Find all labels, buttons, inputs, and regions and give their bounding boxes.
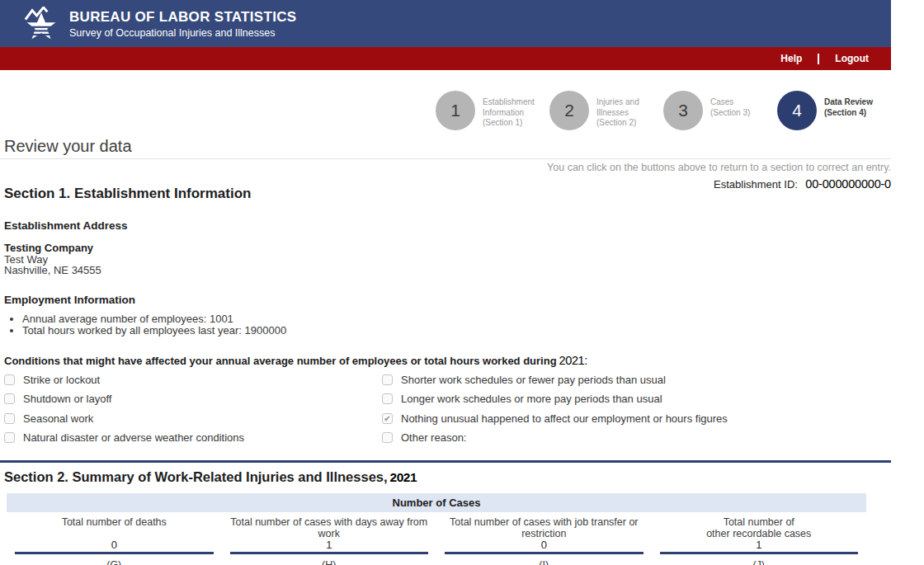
step-1-label: Establishment Information (Section 1): [483, 97, 535, 129]
checkbox-nothing-unusual-happened-to-affect-our-employment-or-hours-figures[interactable]: ✔: [382, 413, 393, 424]
column-value: 1: [652, 539, 867, 551]
column-letter: (G): [7, 554, 222, 565]
column-letter: (I): [436, 554, 652, 565]
establishment-id: Establishment ID: 00-000000000-0: [714, 177, 891, 191]
condition-label: Strike or lockout: [23, 374, 100, 386]
establishment-address-heading: Establishment Address: [4, 219, 891, 232]
conditions-checkbox-group: Strike or lockoutShutdown or layoffSeaso…: [4, 374, 891, 451]
condition-label: Other reason:: [401, 431, 467, 444]
establishment-address: Testing Company Test Way Nashville, NE 3…: [4, 242, 891, 276]
condition-label: Nothing unusual happened to affect our e…: [401, 412, 728, 425]
company-name: Testing Company: [4, 242, 891, 254]
address-line-1: Test Way: [4, 254, 891, 266]
condition-label: Longer work schedules or more pay period…: [401, 393, 662, 405]
section-2-heading-text: Section 2. Summary of Work-Related Injur…: [4, 469, 388, 484]
condition-shutdown-or-layoff: Shutdown or layoff: [4, 393, 382, 405]
column-header: Total number of cases with days away fro…: [222, 515, 437, 539]
checkbox-other-reason[interactable]: [382, 432, 393, 443]
conditions-year: 2021:: [559, 354, 587, 367]
column-header: Total number of other recordable cases: [652, 515, 867, 539]
condition-shorter-work-schedules-or-fewer-pay-periods-than-usual: Shorter work schedules or fewer pay peri…: [382, 374, 891, 386]
condition-longer-work-schedules-or-more-pay-periods-than-usual: Longer work schedules or more pay period…: [382, 393, 891, 405]
conditions-heading-text: Conditions that might have affected your…: [4, 355, 557, 367]
page-title: Review your data: [0, 137, 891, 159]
step-3-button[interactable]: 3Cases (Section 3): [663, 91, 777, 134]
table-columns: Total number of deaths0(G)Total number o…: [7, 515, 866, 565]
condition-natural-disaster-or-adverse-weather-conditions: Natural disaster or adverse weather cond…: [4, 431, 382, 444]
logout-link[interactable]: Logout: [835, 53, 869, 64]
condition-strike-or-lockout: Strike or lockout: [4, 374, 382, 386]
column-value: 0: [436, 539, 652, 551]
number-of-cases-table: Number of Cases Total number of deaths0(…: [7, 493, 866, 565]
condition-label: Seasonal work: [23, 412, 93, 425]
section-divider: [0, 460, 891, 463]
conditions-heading: Conditions that might have affected your…: [4, 354, 891, 367]
step-3-label: Cases (Section 3): [710, 97, 750, 118]
condition-label: Shutdown or layoff: [23, 393, 111, 405]
section-2-summary: Section 2. Summary of Work-Related Injur…: [0, 469, 891, 565]
employment-bullets: Annual average number of employees: 1001…: [22, 313, 891, 337]
column-value: 0: [7, 539, 222, 551]
employment-bullet: Annual average number of employees: 1001: [22, 313, 891, 325]
column-letter: (J): [652, 554, 867, 565]
condition-seasonal-work: Seasonal work: [4, 412, 382, 425]
checkbox-strike-or-lockout[interactable]: [4, 374, 15, 385]
table-column-j: Total number of other recordable cases1(…: [652, 515, 867, 565]
section-2-heading: Section 2. Summary of Work-Related Injur…: [4, 469, 891, 485]
help-link[interactable]: Help: [780, 53, 802, 64]
checkbox-natural-disaster-or-adverse-weather-conditions[interactable]: [4, 432, 15, 443]
checkbox-seasonal-work[interactable]: [4, 413, 15, 424]
app-title: BUREAU OF LABOR STATISTICS: [69, 9, 296, 25]
address-line-2: Nashville, NE 34555: [4, 265, 891, 276]
step-2-circle[interactable]: 2: [549, 91, 589, 130]
table-group-header: Number of Cases: [7, 493, 866, 512]
step-4-button[interactable]: 4Data Review (Section 4): [777, 91, 891, 134]
step-2-label: Injuries and Illnesses (Section 2): [596, 97, 639, 129]
nav-separator: [818, 54, 819, 64]
establishment-id-label: Establishment ID:: [714, 178, 798, 191]
table-column-h: Total number of cases with days away fro…: [222, 515, 437, 565]
column-header: Total number of cases with job transfer …: [436, 515, 652, 539]
top-nav-bar: Help Logout: [0, 47, 891, 70]
condition-nothing-unusual-happened-to-affect-our-employment-or-hours-figures: ✔Nothing unusual happened to affect our …: [382, 412, 891, 425]
bls-star-logo-icon: [22, 7, 60, 41]
instruction-text: You can click on the buttons above to re…: [0, 162, 891, 173]
brand: BUREAU OF LABOR STATISTICS Survey of Occ…: [69, 9, 296, 39]
checkbox-shorter-work-schedules-or-fewer-pay-periods-than-usual[interactable]: [382, 374, 393, 385]
section-2-year: 2021: [390, 470, 417, 484]
employment-information-heading: Employment Information: [4, 294, 891, 306]
checkbox-longer-work-schedules-or-more-pay-periods-than-usual[interactable]: [382, 393, 393, 404]
step-2-button[interactable]: 2Injuries and Illnesses (Section 2): [549, 91, 663, 134]
column-header: Total number of deaths: [7, 515, 222, 539]
condition-other-reason: Other reason:: [382, 431, 891, 444]
step-3-circle[interactable]: 3: [663, 91, 703, 130]
app-header: BUREAU OF LABOR STATISTICS Survey of Occ…: [0, 0, 891, 47]
step-indicator: 1Establishment Information (Section 1)2I…: [0, 91, 891, 134]
condition-label: Shorter work schedules or fewer pay peri…: [401, 374, 666, 386]
establishment-id-value: 00-000000000-0: [805, 177, 891, 191]
checkbox-shutdown-or-layoff[interactable]: [4, 393, 15, 404]
section-1-establishment-information: Establishment ID: 00-000000000-0 Section…: [0, 186, 891, 451]
table-column-i: Total number of cases with job transfer …: [436, 515, 652, 565]
condition-label: Natural disaster or adverse weather cond…: [23, 431, 244, 444]
app-subtitle: Survey of Occupational Injuries and Illn…: [69, 27, 296, 39]
column-value: 1: [222, 539, 437, 551]
column-letter: (H): [222, 554, 437, 565]
page: BUREAU OF LABOR STATISTICS Survey of Occ…: [0, 0, 891, 565]
step-4-label: Data Review (Section 4): [824, 97, 873, 118]
step-4-circle[interactable]: 4: [777, 91, 817, 130]
table-column-g: Total number of deaths0(G): [7, 515, 222, 565]
step-1-button[interactable]: 1Establishment Information (Section 1): [436, 91, 549, 134]
employment-bullet: Total hours worked by all employees last…: [22, 325, 891, 337]
step-1-circle[interactable]: 1: [436, 91, 475, 130]
